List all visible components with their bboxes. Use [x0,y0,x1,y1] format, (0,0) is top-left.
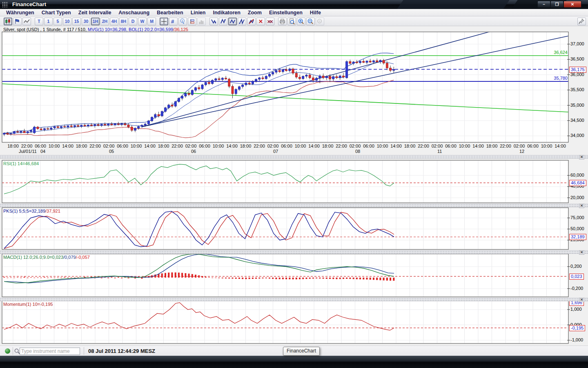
grid-button[interactable]: # [169,18,178,25]
time-axis-label: 06:00 [363,144,374,148]
time-axis-label: 14:00 [308,144,320,148]
interval-T-button[interactable]: T [35,18,43,25]
toolbar-separator [275,18,278,25]
crosshair-button[interactable] [160,18,168,25]
time-axis-label: 10:00 [541,144,552,148]
time-axis-label: 06:00 [445,144,457,148]
momentum-plot[interactable] [2,301,568,343]
pin-chart-button[interactable] [577,18,586,25]
menu-chart-typen[interactable]: Chart Typen [38,9,75,16]
price-chart-plot[interactable] [2,32,568,142]
interval-M-button[interactable]: M [147,18,156,25]
axis-tick-label: 34,000 [570,133,584,138]
menu-bar: WährungenChart TypenZeit IntervalleAnsch… [0,9,588,16]
menu-indikatoren[interactable]: Indikatoren [209,9,244,16]
remove-trendline-button[interactable] [247,18,256,25]
app-icon [2,2,8,7]
close-panel-button[interactable]: ✕ [579,155,584,159]
time-axis-label: 22:00 [89,144,101,148]
interval-1-button[interactable]: 1 [44,18,53,25]
bar-chart-button[interactable] [13,18,22,25]
close-panel-button[interactable]: ✕ [579,298,584,302]
time-axis-label: 18:00 [486,144,498,148]
restore-button[interactable]: ❐ [550,1,564,8]
interval-30-button[interactable]: 30 [82,18,90,25]
interval-4H-button[interactable]: 4H [110,18,118,25]
axis-tick-label: 20,000 [570,195,584,200]
interval-8H-button[interactable]: 8H [119,18,128,25]
close-panel-button[interactable]: ✕ [579,250,584,255]
close-panel-button[interactable]: ✕ [579,204,584,208]
screen: { "window": {"title": "FinanceChart", "b… [0,0,588,368]
trend-channel-button[interactable] [228,18,237,25]
time-axis-label: 02:00 [103,144,115,148]
panel-splitter[interactable]: ✕ [0,250,588,254]
interval-D-button[interactable]: D [129,18,137,25]
interval-2H-button[interactable]: 2H [100,18,109,25]
close-button[interactable]: ✕ [564,1,581,8]
menu-anschauung[interactable]: Anschauung [115,9,153,16]
time-axis-label: 22:00 [254,144,265,148]
macd-label-green: MACD(1) 12.0;26.0;9.0=0,023 [3,255,63,260]
trend-fan-button[interactable] [238,18,246,25]
time-axis-label: 10:00 [295,144,306,148]
axis-tick-label: 34,500 [570,118,584,123]
price-line-label: 35,780 [547,76,568,81]
time-axis-label: 18:00 [322,144,334,148]
time-axis-label: 06:00 [527,144,539,148]
date-axis-label: 11 [437,149,442,154]
time-axis-label: 22:00 [336,144,347,148]
menu-bearbeiten[interactable]: Bearbeiten [153,9,187,16]
print-button[interactable] [278,18,287,25]
macd-plot[interactable] [2,254,568,297]
interval-15-button[interactable]: 15 [72,18,81,25]
menu-währungen[interactable]: Währungen [2,9,38,16]
time-axis-label: 02:00 [432,144,443,148]
volume-button[interactable] [197,18,206,25]
delete-all-lines-button[interactable]: ✕✕ [266,18,274,25]
menu-hilfe[interactable]: Hilfe [306,9,325,16]
time-axis-label: 22:00 [172,144,183,148]
zoom-in-button[interactable] [297,18,305,25]
svg-text:#: # [171,18,174,25]
delete-line-button[interactable]: ✕ [256,18,265,25]
trendline-down-button[interactable] [209,18,218,25]
toolbar-separator [156,18,159,25]
price-line-label: 36,624 [547,50,568,55]
interval-5-button[interactable]: 5 [53,18,62,25]
menu-zeit-intervalle[interactable]: Zeit Intervalle [75,9,115,16]
line-chart-button[interactable] [22,18,31,25]
print-preview-button[interactable] [287,18,296,25]
time-axis-label: 02:00 [350,144,361,148]
minimize-button[interactable]: – [537,1,550,8]
current-value-box: 32,189 [569,234,586,240]
price-labels-button[interactable] [188,18,196,25]
date-axis-label: 04 [40,149,45,154]
menu-linien[interactable]: Linien [187,9,209,16]
info-button[interactable]: i [178,18,187,25]
rsi-plot[interactable] [2,160,568,203]
panel-splitter[interactable]: ✕ [0,204,588,207]
instrument-search-input[interactable] [20,348,80,355]
candlestick-chart-button[interactable] [4,18,12,25]
time-axis-label: 02:00 [514,144,525,148]
interval-W-button[interactable]: W [138,18,147,25]
current-value-box: 36,175 [569,67,586,73]
panel-splitter[interactable]: ✕ [0,155,588,159]
menu-zoom[interactable]: Zoom [244,9,265,16]
instrument-label: Silver, spot (USD) , 1 Stunde, # 117 / 5… [3,27,188,32]
trendline-up-button[interactable] [219,18,227,25]
bol-lower-label: /36,125 [173,27,188,32]
time-axis-label: 14:00 [226,144,238,148]
panel-splitter[interactable]: ✕ [0,298,588,301]
toolbar-separator [31,18,34,25]
zoom-reset-button[interactable] [316,18,324,25]
interval-10-button[interactable]: 10 [63,18,71,25]
interval-1H-button[interactable]: 1H [91,18,100,25]
date-axis-label: 06 [191,149,196,154]
pks-plot[interactable] [2,208,568,249]
current-value-box: 46,684 [569,180,586,186]
menu-einstellungen[interactable]: Einstellungen [265,9,306,16]
zoom-out-button[interactable] [306,18,315,25]
pks-label-red: /37,921 [45,209,60,213]
